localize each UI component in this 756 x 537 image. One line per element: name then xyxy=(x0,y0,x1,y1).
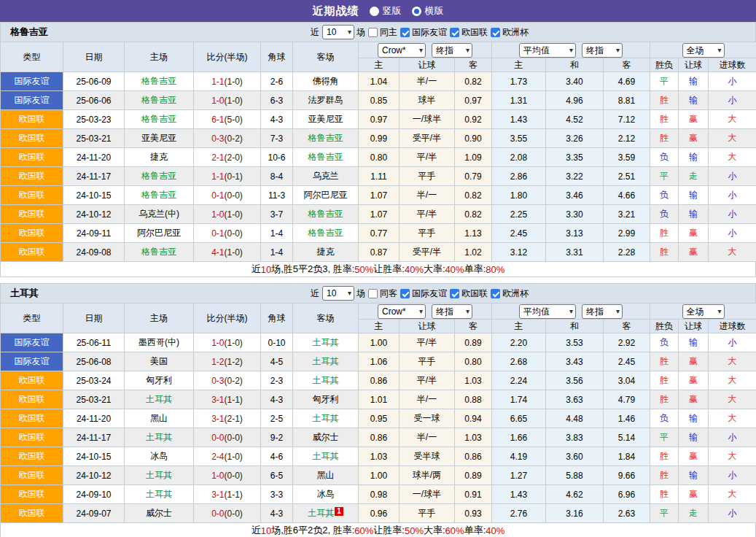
avg-away-odds: 3.21 xyxy=(604,205,650,224)
handicap-line: 平/半 xyxy=(400,205,455,224)
home-team-name: 土耳其 xyxy=(146,470,172,480)
result-goals: 大 xyxy=(709,371,756,390)
result-goals: 大 xyxy=(709,352,756,371)
home-odds: 1.07 xyxy=(359,205,400,224)
euro-checkbox[interactable] xyxy=(491,289,500,298)
result-outcome: 胜 xyxy=(650,447,679,466)
col-handicap: 让球 xyxy=(400,58,455,72)
average-group-header: 平均值 终指 xyxy=(492,42,650,58)
match-row: 国际友谊25-06-11墨西哥(中)1-0(1-0)0-10土耳其1.00平/半… xyxy=(1,333,756,352)
away-team-name: 黑山 xyxy=(317,470,335,480)
avg-home-odds: 2.86 xyxy=(492,167,546,186)
avg-away-odds: 9.66 xyxy=(604,466,650,485)
result-goals: 小 xyxy=(709,91,756,110)
home-odds: 1.06 xyxy=(359,352,400,371)
result-goals: 大 xyxy=(709,485,756,504)
euro-checkbox[interactable] xyxy=(491,28,500,37)
result-goals: 小 xyxy=(709,224,756,243)
team-section-turkey: 土耳其 近 10 场 同客 国际友谊 欧国联 欧洲杯 xyxy=(0,283,756,537)
home-odds: 0.95 xyxy=(359,409,400,428)
result-handicap: 输 xyxy=(679,428,709,447)
average-select[interactable]: 平均值 xyxy=(519,43,576,58)
average-select[interactable]: 平均值 xyxy=(519,304,576,319)
corner-score: 2-3 xyxy=(261,371,293,390)
home-odds: 0.87 xyxy=(359,243,400,262)
summary-rate-value: 50% xyxy=(354,264,373,275)
match-score: 1-0(1-0) xyxy=(194,333,261,352)
vertical-layout-radio[interactable] xyxy=(370,7,379,16)
home-odds: 1.07 xyxy=(359,186,400,205)
summary-text: 让胜率: xyxy=(373,524,405,537)
home-team: 格鲁吉亚 xyxy=(125,91,194,110)
friendly-checkbox[interactable] xyxy=(400,28,410,37)
average-stage-select[interactable]: 终指 xyxy=(582,43,623,58)
odds-stage-select[interactable]: 终指 xyxy=(432,43,472,58)
col-goals: 进球数 xyxy=(709,320,756,333)
corner-score: 1-4 xyxy=(261,243,293,262)
match-date: 25-06-06 xyxy=(63,91,125,110)
same-venue-checkbox[interactable] xyxy=(368,28,378,37)
result-outcome: 平 xyxy=(650,504,679,523)
away-team: 黑山 xyxy=(293,466,359,485)
col-avg-draw: 和 xyxy=(546,58,604,72)
match-type-badge: 欧国联 xyxy=(1,447,63,466)
summary-rate-value: 40% xyxy=(445,264,464,275)
away-team: 格鲁吉亚 xyxy=(293,205,359,224)
match-date: 24-09-10 xyxy=(63,485,125,504)
match-type-badge: 欧国联 xyxy=(1,129,63,148)
match-type-badge: 国际友谊 xyxy=(1,91,63,110)
away-team: 土耳其1 xyxy=(293,504,359,523)
result-outcome: 负 xyxy=(650,409,679,428)
corner-score: 4-3 xyxy=(261,504,293,523)
odds-company-select[interactable]: Crow* xyxy=(378,304,426,319)
scope-select[interactable]: 全场 xyxy=(682,43,725,58)
euro-label: 欧洲杯 xyxy=(502,26,529,39)
average-group-header: 平均值 终指 xyxy=(492,304,650,320)
col-handicap-result: 让球 xyxy=(679,320,709,333)
odds-company-select-wrap: Crow* xyxy=(378,304,426,319)
avg-draw-odds: 3.26 xyxy=(546,129,604,148)
result-goals: 小 xyxy=(709,167,756,186)
team-name: 格鲁吉亚 xyxy=(10,26,48,39)
vertical-layout-option[interactable]: 竖版 xyxy=(370,4,402,18)
match-score: 3-1(1-1) xyxy=(194,485,261,504)
result-handicap: 输 xyxy=(679,466,709,485)
away-team: 威尔士 xyxy=(293,428,359,447)
result-outcome: 负 xyxy=(650,333,679,352)
away-team-name: 土耳其 xyxy=(308,508,334,518)
avg-away-odds: 3.59 xyxy=(604,148,650,167)
handicap-line: 半/一 xyxy=(400,390,455,409)
avg-home-odds: 1.73 xyxy=(492,72,546,91)
nations-league-checkbox[interactable] xyxy=(450,289,459,298)
match-date: 24-09-11 xyxy=(63,224,125,243)
match-date: 24-10-15 xyxy=(63,447,125,466)
scope-select[interactable]: 全场 xyxy=(682,304,725,319)
result-handicap: 赢 xyxy=(679,243,709,262)
home-odds: 1.00 xyxy=(359,466,400,485)
horizontal-layout-radio[interactable] xyxy=(412,7,421,16)
avg-home-odds: 6.65 xyxy=(492,409,546,428)
col-away: 客场 xyxy=(293,42,359,72)
match-type-badge: 欧国联 xyxy=(1,205,63,224)
handicap-line: 半/一 xyxy=(400,428,455,447)
horizontal-layout-option[interactable]: 横版 xyxy=(412,4,444,18)
result-goals: 小 xyxy=(709,205,756,224)
odds-company-select[interactable]: Crow* xyxy=(378,43,426,58)
home-team: 土耳其 xyxy=(125,390,194,409)
friendly-checkbox[interactable] xyxy=(400,289,410,298)
match-score: 1-2(1-2) xyxy=(194,352,261,371)
avg-draw-odds: 3.46 xyxy=(546,186,604,205)
average-stage-select[interactable]: 终指 xyxy=(582,304,623,319)
same-venue-checkbox[interactable] xyxy=(368,289,378,298)
match-score: 4-1(1-0) xyxy=(194,243,261,262)
odds-stage-select[interactable]: 终指 xyxy=(432,304,472,319)
home-odds: 0.96 xyxy=(359,504,400,523)
nations-league-checkbox[interactable] xyxy=(450,28,459,37)
result-outcome: 平 xyxy=(650,167,679,186)
home-odds: 0.86 xyxy=(359,371,400,390)
recent-count-select[interactable]: 10 xyxy=(322,286,354,301)
recent-count-select[interactable]: 10 xyxy=(322,25,354,39)
corner-score: 10-6 xyxy=(261,148,293,167)
avg-away-odds: 4.66 xyxy=(604,186,650,205)
handicap-line: 一/球半 xyxy=(400,485,455,504)
